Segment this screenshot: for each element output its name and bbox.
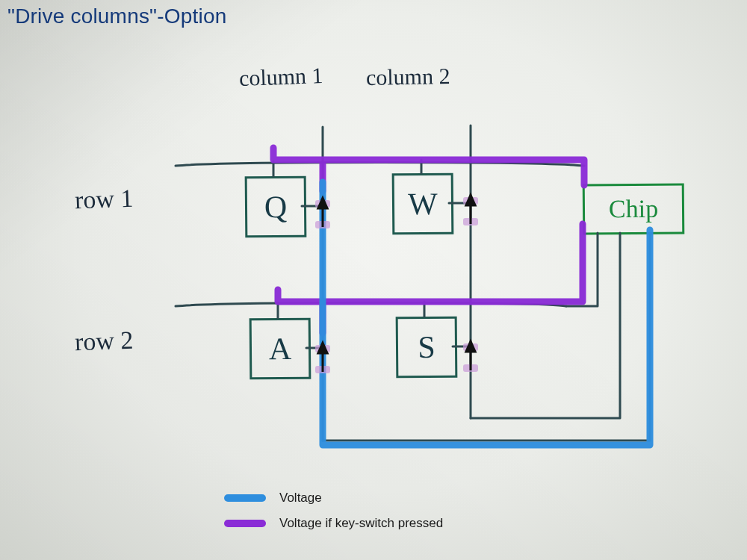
row-2-label: row 2 <box>74 326 134 357</box>
row-1-label: row 1 <box>74 184 134 215</box>
legend-swatch-voltage <box>224 494 266 502</box>
legend-label-pressed: Voltage if key-switch pressed <box>279 516 443 531</box>
chip-label: Chip <box>609 195 658 224</box>
key-s-label: S <box>418 329 436 365</box>
legend-swatch-pressed <box>224 520 266 527</box>
key-w: W <box>392 173 454 235</box>
legend-row-pressed: Voltage if key-switch pressed <box>224 511 443 536</box>
key-a: A <box>249 318 311 380</box>
key-s: S <box>396 317 458 379</box>
diagram-stage: "Drive columns"-Option column 1 column 2… <box>0 0 747 560</box>
key-a-label: A <box>269 331 292 367</box>
column-1-label: column 1 <box>238 63 323 91</box>
legend-row-voltage: Voltage <box>224 485 443 511</box>
diagram-title: "Drive columns"-Option <box>7 4 226 28</box>
column-2-label: column 2 <box>366 63 450 90</box>
chip-box: Chip <box>583 183 685 234</box>
legend: Voltage Voltage if key-switch pressed <box>224 485 443 536</box>
legend-label-voltage: Voltage <box>279 491 322 505</box>
key-q: Q <box>245 176 307 238</box>
key-q-label: Q <box>264 189 288 225</box>
key-w-label: W <box>408 186 438 222</box>
